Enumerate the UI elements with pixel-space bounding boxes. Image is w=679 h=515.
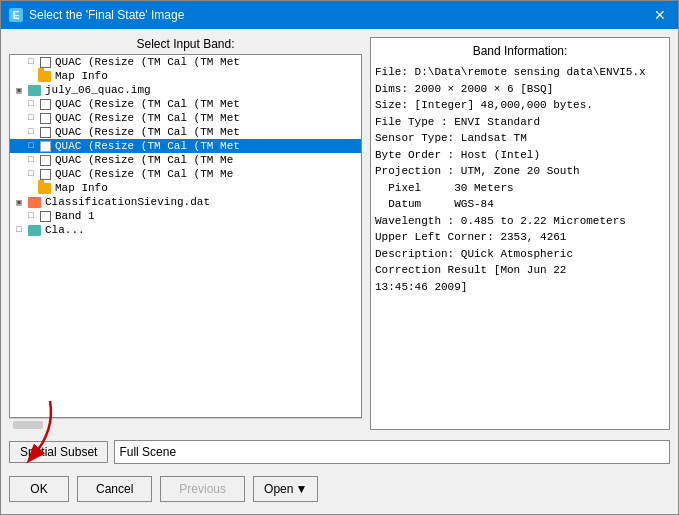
tree-item[interactable]: Map Info <box>10 69 361 83</box>
tree-item[interactable]: □ Band 1 <box>10 209 361 223</box>
folder-icon <box>38 71 51 82</box>
info-line: Dims: 2000 × 2000 × 6 [BSQ] <box>375 81 665 98</box>
expand-icon: ▣ <box>14 197 24 207</box>
tree-item[interactable]: □ QUAC (Resize (TM Cal (TM Met <box>10 55 361 69</box>
window-icon: E <box>9 8 23 22</box>
main-window: E Select the 'Final State' Image ✕ Selec… <box>0 0 679 515</box>
tree-item[interactable]: □ QUAC (Resize (TM Cal (TM Met <box>10 111 361 125</box>
checkbox-icon <box>40 99 51 110</box>
titlebar: E Select the 'Final State' Image ✕ <box>1 1 678 29</box>
checkbox-icon <box>40 113 51 124</box>
image-icon <box>28 225 41 236</box>
image-icon <box>28 85 41 96</box>
info-line: 13:45:46 2009] <box>375 279 665 296</box>
expand-icon: □ <box>14 225 24 235</box>
tree-item[interactable]: ▣ ClassificationSieving.dat <box>10 195 361 209</box>
info-line: Size: [Integer] 48,000,000 bytes. <box>375 97 665 114</box>
info-line: Upper Left Corner: 2353, 4261 <box>375 229 665 246</box>
tree-item[interactable]: Map Info <box>10 181 361 195</box>
tree-item-label: ClassificationSieving.dat <box>45 196 210 208</box>
expand-icon: ▣ <box>14 85 24 95</box>
checkbox-icon <box>40 169 51 180</box>
open-label: Open <box>264 482 293 496</box>
bottom-buttons: OK Cancel Previous Open ▼ <box>9 476 670 506</box>
tree-item-label: QUAC (Resize (TM Cal (TM Met <box>55 56 240 68</box>
info-line: File Type : ENVI Standard <box>375 114 665 131</box>
panels: Select Input Band: □ QUAC (Resize (TM Ca… <box>9 37 670 430</box>
tree-item[interactable]: □ Cla... <box>10 223 361 237</box>
checkbox-icon <box>40 155 51 166</box>
tree-item-label: QUAC (Resize (TM Cal (TM Me <box>55 168 233 180</box>
info-box: Band Information: File: D:\Data\remote s… <box>370 37 670 430</box>
checkbox-icon <box>40 211 51 222</box>
right-panel: Band Information: File: D:\Data\remote s… <box>370 37 670 430</box>
cancel-button[interactable]: Cancel <box>77 476 152 502</box>
expand-icon: □ <box>26 169 36 179</box>
tree-item-label: Band 1 <box>55 210 95 222</box>
tree-item[interactable]: □ QUAC (Resize (TM Cal (TM Me <box>10 153 361 167</box>
tree-item-label: QUAC (Resize (TM Cal (TM Met <box>55 112 240 124</box>
expand-icon: □ <box>26 141 36 151</box>
left-panel-label: Select Input Band: <box>9 37 362 51</box>
left-panel: Select Input Band: □ QUAC (Resize (TM Ca… <box>9 37 362 430</box>
tree-item-label: Map Info <box>55 70 108 82</box>
expand-icon: □ <box>26 99 36 109</box>
spatial-subset-row: Spatial Subset <box>9 440 670 464</box>
open-button[interactable]: Open ▼ <box>253 476 318 502</box>
info-line: Wavelength : 0.485 to 2.22 Micrometers <box>375 213 665 230</box>
info-line: Projection : UTM, Zone 20 South <box>375 163 665 180</box>
info-line: Correction Result [Mon Jun 22 <box>375 262 665 279</box>
expand-icon: □ <box>26 211 36 221</box>
expand-icon: □ <box>26 127 36 137</box>
horizontal-scrollbar[interactable] <box>9 418 362 430</box>
tree-item[interactable]: ▣ july_06_quac.img <box>10 83 361 97</box>
close-button[interactable]: ✕ <box>650 5 670 25</box>
open-dropdown-icon: ▼ <box>295 482 307 496</box>
checkbox-icon <box>40 141 51 152</box>
info-line: Byte Order : Host (Intel) <box>375 147 665 164</box>
ok-button[interactable]: OK <box>9 476 69 502</box>
expand-icon: □ <box>26 113 36 123</box>
checkbox-icon <box>40 57 51 68</box>
tree-item-label: QUAC (Resize (TM Cal (TM Me <box>55 154 233 166</box>
expand-icon: □ <box>26 57 36 67</box>
tree-item-label: QUAC (Resize (TM Cal (TM Met <box>55 126 240 138</box>
tree-item[interactable]: □ QUAC (Resize (TM Cal (TM Met <box>10 97 361 111</box>
tree-item-label: Map Info <box>55 182 108 194</box>
previous-button[interactable]: Previous <box>160 476 245 502</box>
tree-item-label: QUAC (Resize (TM Cal (TM Met <box>55 98 240 110</box>
tree-item[interactable]: □ QUAC (Resize (TM Cal (TM Met <box>10 125 361 139</box>
tree-box[interactable]: □ QUAC (Resize (TM Cal (TM Met Map Info … <box>9 54 362 418</box>
spatial-subset-button[interactable]: Spatial Subset <box>9 441 108 463</box>
content-area: Select Input Band: □ QUAC (Resize (TM Ca… <box>1 29 678 514</box>
dat-icon <box>28 197 41 208</box>
window-title: Select the 'Final State' Image <box>29 8 650 22</box>
info-line: File: D:\Data\remote sensing data\ENVI5.… <box>375 64 665 81</box>
tree-item-label: QUAC (Resize (TM Cal (TM Met <box>55 140 240 152</box>
expand-icon: □ <box>26 155 36 165</box>
band-info-label: Band Information: <box>375 42 665 60</box>
info-line: Pixel 30 Meters <box>375 180 665 197</box>
info-line: Sensor Type: Landsat TM <box>375 130 665 147</box>
folder-icon <box>38 183 51 194</box>
checkbox-icon <box>40 127 51 138</box>
tree-item-selected[interactable]: □ QUAC (Resize (TM Cal (TM Met <box>10 139 361 153</box>
tree-item[interactable]: □ QUAC (Resize (TM Cal (TM Me <box>10 167 361 181</box>
tree-item-label: Cla... <box>45 224 85 236</box>
tree-item-label: july_06_quac.img <box>45 84 151 96</box>
spatial-subset-value[interactable] <box>114 440 670 464</box>
info-line: Description: QUick Atmospheric <box>375 246 665 263</box>
info-line: Datum WGS-84 <box>375 196 665 213</box>
